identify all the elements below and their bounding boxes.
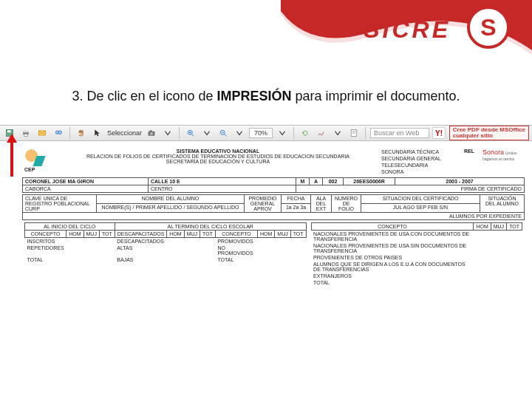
lt-rl1: ALTAS bbox=[115, 245, 167, 256]
rb-r3: ALUMNOS QUE SE DIRIGEN A LOS E.U.A CON D… bbox=[311, 261, 474, 273]
svg-point-9 bbox=[150, 132, 153, 135]
li-r2: TOTAL bbox=[25, 256, 66, 263]
zoom-value[interactable]: 70% bbox=[249, 128, 273, 138]
prom-l2: GENERAL bbox=[250, 201, 275, 206]
instruction-text: 3. De clic en el icono de IMPRESIÓN para… bbox=[0, 87, 532, 105]
svg-rect-1 bbox=[7, 130, 11, 132]
lt-rr1: NO PROMOVIDOS bbox=[215, 245, 257, 256]
system-subtitle: RELACION DE FOLIOS DE CERTIFICADOS DE TE… bbox=[86, 154, 349, 159]
lt-rl0: DESCAPACITADOS bbox=[115, 238, 167, 245]
situ-al-l1: SITUACIÓN bbox=[488, 196, 516, 201]
chevron-down-icon[interactable] bbox=[276, 126, 289, 140]
ala-l3: EXT bbox=[316, 206, 327, 211]
secretaria-label: SECRETARÍA DE EDUCACIÓN Y CULTURA bbox=[166, 159, 270, 164]
curp-l2: REGISTRO POBLACIONAL bbox=[25, 201, 90, 206]
brand-name: SICRE bbox=[364, 16, 451, 44]
instruction-prefix: 3. De clic en el icono de bbox=[72, 89, 216, 103]
centro-cell: CENTRO bbox=[149, 185, 296, 193]
chevron-down-icon[interactable] bbox=[161, 126, 174, 140]
rel-label: REL bbox=[464, 149, 474, 154]
lt-c1: HOM bbox=[167, 231, 184, 238]
pdf-ad-line2: cualquier sitio bbox=[453, 133, 525, 139]
select-tool-label: Seleccionar bbox=[107, 129, 142, 137]
num-l3: FOLIO bbox=[338, 206, 354, 211]
nombre-label: NOMBRE DEL ALUMNO bbox=[97, 195, 245, 204]
svg-rect-3 bbox=[24, 130, 28, 132]
pdf-ad-banner[interactable]: Cree PDF desde MSOffice cualquier sitio bbox=[449, 126, 529, 141]
rb-r5: TOTAL bbox=[311, 279, 474, 286]
search-doc-icon[interactable] bbox=[52, 126, 65, 140]
al-termino-label: AL TERMINO DEL CICLO ESCOLAR bbox=[115, 223, 306, 231]
hand-tool-icon[interactable] bbox=[75, 126, 88, 140]
curp-l1: CLAVE UNICA DE bbox=[25, 196, 67, 201]
web-search-input[interactable]: Buscar en Web bbox=[370, 128, 429, 138]
tele-label: TELESECUNDARIA bbox=[379, 162, 443, 168]
brand-badge: S bbox=[467, 6, 510, 49]
select-tool-icon[interactable] bbox=[91, 126, 104, 140]
al-inicio-label: AL INICIO DEL CICLO bbox=[25, 223, 115, 231]
nombre-sub: NOMBRE(S) / PRIMER APELLIDO / SEGUNDO AP… bbox=[97, 204, 245, 213]
prom-l3: APROV bbox=[253, 206, 272, 211]
li-r1: REPETIDORES bbox=[25, 245, 66, 256]
ala-l1: ALA bbox=[316, 196, 326, 201]
lt-c2: MUJ bbox=[184, 231, 200, 238]
curp-l3: CURP bbox=[25, 206, 40, 211]
snapshot-icon[interactable] bbox=[145, 126, 158, 140]
yahoo-icon[interactable]: Y! bbox=[432, 127, 446, 139]
rb-r4: EXTRANJEROS bbox=[311, 273, 474, 279]
zoom-in-icon[interactable] bbox=[184, 126, 197, 140]
print-icon[interactable] bbox=[19, 126, 33, 140]
lt-rr0: PROMOVIDOS bbox=[215, 238, 257, 245]
fecha-sub: 1a 2a 3a bbox=[282, 204, 311, 213]
svg-rect-4 bbox=[24, 134, 28, 137]
rb-h0: CONCEPTO bbox=[311, 223, 474, 231]
system-title: SISTEMA EDUCATIVO NACIONAL bbox=[177, 149, 259, 154]
mail-icon[interactable] bbox=[35, 126, 49, 140]
toolbar-separator bbox=[179, 127, 180, 139]
rb-r2: PROVENIENTES DE OTROS PAISES bbox=[311, 254, 474, 261]
sit-label: SITUACION DEL CERTIFICADO bbox=[361, 195, 480, 204]
zoom-out-icon[interactable] bbox=[216, 126, 230, 140]
lt-c0: DESCAPACITADOS bbox=[115, 231, 167, 238]
lt-c3: TOT bbox=[200, 231, 216, 238]
sign-icon[interactable] bbox=[315, 126, 328, 140]
sonora-brand: Sonora bbox=[482, 149, 504, 156]
col-period: 2003 - 2007 bbox=[395, 178, 525, 185]
chevron-down-icon[interactable] bbox=[331, 126, 344, 140]
col-m: M bbox=[296, 178, 310, 185]
sep-logo-icon bbox=[24, 149, 42, 166]
rotate-icon[interactable] bbox=[299, 126, 312, 140]
rb-r0: NACIONALES PROVENIENTES DE USA CON DOCUM… bbox=[311, 231, 474, 243]
li-r0: INSCRITOS bbox=[25, 238, 66, 245]
lt-c4: CONCEPTO bbox=[215, 231, 257, 238]
chevron-down-icon[interactable] bbox=[200, 126, 214, 140]
toolbar-separator bbox=[293, 127, 294, 139]
alumnos-exped: ALUMNOS POR EXPEDIENTE bbox=[23, 213, 525, 220]
li-c3: TOT bbox=[99, 231, 115, 238]
lt-c6: MUJ bbox=[275, 231, 290, 238]
sec-tecnica-label: SECUNDARIA TÉCNICA bbox=[379, 149, 443, 155]
lt-rr2: TOTAL bbox=[215, 256, 257, 263]
school-name: CORONEL JOSE MA GIRON bbox=[23, 178, 149, 185]
rb-r1: NACIONALES PROVENIENTES DE USA SIN DOCUM… bbox=[311, 242, 474, 254]
situ-al-l2: DEL ALUMNO bbox=[485, 201, 519, 206]
ala-l2: DEL bbox=[316, 201, 327, 206]
cert-sign-label: FIRMA DE CERTIFICADO bbox=[296, 185, 525, 193]
col-clave: 26EES0006R bbox=[344, 178, 395, 185]
form-icon[interactable] bbox=[347, 126, 361, 140]
sec-general-label: SECUNDARIA GENERAL bbox=[379, 155, 443, 162]
cep-label: CEP bbox=[24, 167, 35, 172]
col-a: A bbox=[310, 178, 323, 185]
num-l2: DE bbox=[343, 201, 350, 206]
toolbar-separator bbox=[69, 127, 70, 139]
lt-c5: HOM bbox=[257, 231, 274, 238]
lt-c7: TOT bbox=[290, 231, 306, 238]
li-c0: CONCEPTO bbox=[25, 231, 66, 238]
sonora-label: SONORA bbox=[379, 168, 443, 175]
lt-rl2: BAJAS bbox=[115, 256, 167, 263]
school-street: CALLE 10 E bbox=[149, 178, 296, 185]
document-preview: CEP SISTEMA EDUCATIVO NACIONAL RELACION … bbox=[22, 148, 525, 287]
callout-arrow bbox=[10, 141, 13, 177]
svg-rect-10 bbox=[150, 130, 152, 132]
chevron-down-icon[interactable] bbox=[233, 126, 246, 140]
